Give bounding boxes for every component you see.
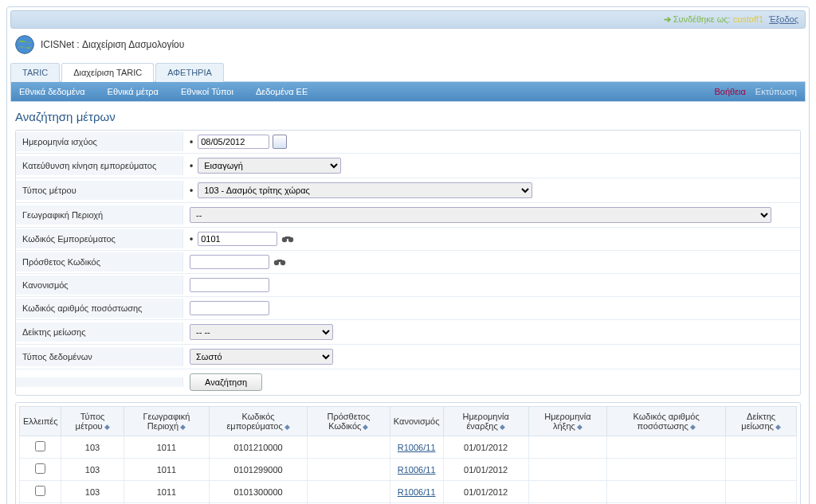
cell-geo-area: 1011: [124, 436, 210, 459]
cell-end-date: [528, 481, 606, 503]
sort-icon: ◆: [577, 423, 583, 431]
additional-code-input[interactable]: [190, 255, 269, 269]
required-mark-icon: •: [190, 160, 193, 171]
tab-manage-taric[interactable]: Διαχείριση TARIC: [61, 63, 154, 82]
cell-additional-code: [307, 481, 390, 503]
commodity-code-input[interactable]: [198, 232, 277, 246]
validity-date-input[interactable]: [198, 135, 269, 149]
results-panel: Ελλειπές Τύπος μέτρου◆ Γεωγραφική Περιοχ…: [15, 402, 801, 504]
row-checkbox[interactable]: [35, 486, 45, 496]
col-measure-type[interactable]: Τύπος μέτρου◆: [61, 407, 124, 436]
globe-icon: [14, 33, 36, 56]
geo-area-select[interactable]: --: [190, 207, 771, 223]
col-end-date[interactable]: Ημερομηνία λήξης◆: [528, 407, 606, 436]
label-additional-code: Πρόσθετος Κωδικός: [16, 252, 183, 272]
col-geo-area[interactable]: Γεωγραφική Περιοχή◆: [124, 407, 210, 436]
cell-end-date: [528, 436, 606, 459]
menu-print: Εκτύπωση: [755, 87, 797, 96]
svg-rect-6: [277, 260, 282, 262]
col-regulation[interactable]: Κανονισμός: [390, 407, 443, 436]
topbar: ➔ Συνδέθηκε ως: custoff1 Έξοδος: [10, 10, 806, 29]
movement-direction-select[interactable]: Εισαγωγή: [198, 158, 341, 174]
search-form: Ημερομηνία ισχύος • Κατεύθυνση κίνηση εμ…: [15, 130, 801, 396]
row-quota-number: Κωδικός αριθμός ποσόστωσης: [16, 297, 800, 320]
cell-reduction: [726, 481, 797, 503]
binoculars-icon[interactable]: [280, 232, 295, 245]
cell-start-date: 01/01/2012: [443, 481, 528, 503]
col-reduction[interactable]: Δείκτης μείωσης◆: [726, 407, 797, 436]
row-measure-type: Τύπος μέτρου • 103 - Δασμός τρίτης χώρας: [16, 178, 800, 203]
table-row: 10310110101299000R1006/1101/01/2012: [20, 459, 797, 481]
cell-measure-type: 103: [61, 481, 124, 503]
label-reduction: Δείκτης μείωσης: [16, 322, 183, 342]
sort-icon: ◆: [690, 423, 696, 431]
cell-reduction: [726, 436, 797, 459]
regulation-link[interactable]: R1006/11: [398, 443, 436, 452]
required-mark-icon: •: [190, 136, 193, 147]
app-frame: ➔ Συνδέθηκε ως: custoff1 Έξοδος ICISNet …: [6, 6, 810, 504]
sort-icon: ◆: [500, 423, 505, 431]
tab-departure[interactable]: ΑΦΕΤΗΡΙΑ: [155, 63, 224, 82]
cell-quota-number: [607, 481, 726, 503]
search-button[interactable]: Αναζήτηση: [190, 373, 262, 391]
cell-measure-type: 103: [61, 436, 124, 459]
col-start-date[interactable]: Ημερομηνία έναρξης◆: [443, 407, 528, 436]
sort-icon: ◆: [775, 423, 781, 431]
tab-taric[interactable]: TARIC: [10, 63, 60, 82]
row-data-type: Τύπος δεδομένων Σωστό: [16, 345, 800, 369]
measure-type-select[interactable]: 103 - Δασμός τρίτης χώρας: [198, 182, 532, 198]
menu-bar: Εθνικά δεδομένα Εθνικά μέτρα Εθνικοί Τύπ…: [10, 82, 806, 102]
menu-national-types[interactable]: Εθνικοί Τύποι: [181, 87, 233, 96]
results-grid: Ελλειπές Τύπος μέτρου◆ Γεωγραφική Περιοχ…: [19, 406, 797, 504]
label-validity-date: Ημερομηνία ισχύος: [16, 132, 183, 151]
label-commodity-code: Κωδικός Εμπορεύματος: [16, 229, 183, 248]
col-quota-number[interactable]: Κωδικός αριθμός ποσόστωσης◆: [607, 407, 726, 436]
label-movement-direction: Κατεύθυνση κίνηση εμπορεύματος: [16, 156, 183, 175]
row-movement-direction: Κατεύθυνση κίνηση εμπορεύματος • Εισαγωγ…: [16, 154, 800, 178]
cell-additional-code: [307, 459, 390, 481]
sort-icon: ◆: [104, 423, 110, 431]
row-checkbox[interactable]: [35, 463, 45, 474]
cell-additional-code: [307, 436, 390, 459]
cell-commodity-code: 0101300000: [210, 481, 308, 503]
table-row: 10310110101210000R1006/1101/01/2012: [20, 436, 797, 459]
row-geo-area: Γεωγραφική Περιοχή --: [16, 203, 800, 228]
table-row: 10310110101300000R1006/1101/01/2012: [20, 481, 797, 503]
brand-row: ICISNet : Διαχείριση Δασμολογίου: [10, 29, 806, 61]
cell-measure-type: 103: [61, 459, 124, 481]
menu-national-data[interactable]: Εθνικά δεδομένα: [19, 87, 85, 96]
col-missing[interactable]: Ελλειπές: [20, 407, 61, 436]
svg-rect-3: [285, 236, 290, 239]
row-validity-date: Ημερομηνία ισχύος •: [16, 131, 800, 154]
reduction-select[interactable]: -- --: [190, 324, 333, 340]
row-search-btn: Αναζήτηση: [16, 369, 800, 395]
regulation-link[interactable]: R1006/11: [398, 487, 436, 497]
data-type-select[interactable]: Σωστό: [190, 349, 333, 365]
cell-start-date: 01/01/2012: [443, 436, 528, 459]
calendar-icon[interactable]: [273, 135, 287, 149]
col-commodity-code[interactable]: Κωδικός εμπορεύματος◆: [210, 407, 308, 436]
row-checkbox[interactable]: [35, 441, 45, 451]
menu-help[interactable]: Βοήθεια: [714, 87, 745, 96]
quota-number-input[interactable]: [190, 301, 269, 315]
sort-icon: ◆: [180, 423, 186, 431]
col-additional-code[interactable]: Πρόσθετος Κωδικός◆: [307, 407, 390, 436]
svg-point-0: [16, 36, 34, 54]
label-quota-number: Κωδικός αριθμός ποσόστωσης: [16, 299, 183, 318]
cell-quota-number: [607, 459, 726, 481]
row-regulation: Κανονισμός: [16, 274, 800, 297]
cell-end-date: [528, 459, 606, 481]
row-additional-code: Πρόσθετος Κωδικός: [16, 251, 800, 274]
regulation-input[interactable]: [190, 278, 269, 292]
menu-eu-data[interactable]: Δεδομένα ΕΕ: [256, 87, 308, 96]
row-reduction: Δείκτης μείωσης -- --: [16, 320, 800, 345]
logout-link[interactable]: Έξοδος: [769, 14, 798, 24]
label-data-type: Τύπος δεδομένων: [16, 347, 183, 366]
menu-national-measures[interactable]: Εθνικά μέτρα: [108, 87, 159, 96]
cell-commodity-code: 0101299000: [210, 459, 308, 481]
label-measure-type: Τύπος μέτρου: [16, 181, 183, 200]
binoculars-icon[interactable]: [273, 256, 287, 268]
label-regulation: Κανονισμός: [16, 275, 183, 295]
login-arrow-icon: ➔: [664, 14, 671, 24]
regulation-link[interactable]: R1006/11: [398, 465, 436, 475]
